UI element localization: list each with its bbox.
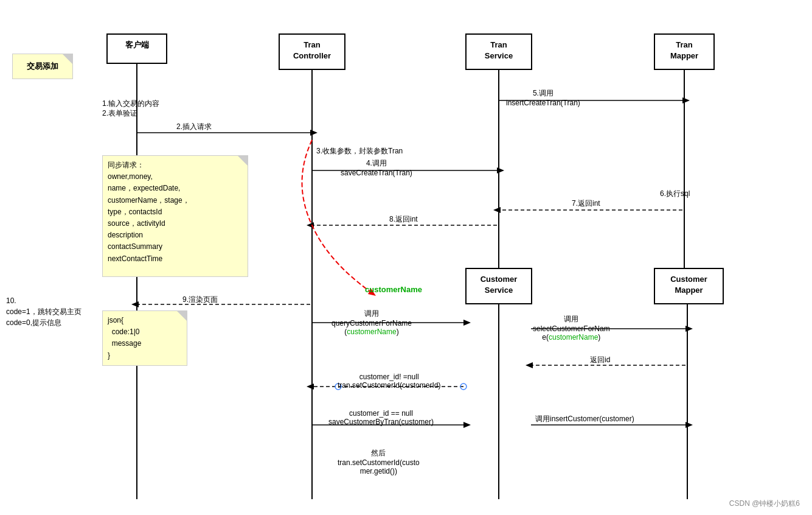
arrow-label-return-int-8: 8.返回int bbox=[389, 214, 418, 225]
step10-label: 10.code=1，跳转交易主页code=0,提示信息 bbox=[6, 295, 82, 328]
actor-client-label: 客户端 bbox=[125, 40, 149, 49]
arrow-label-set-customer-id: customer_id! =nulltran.setCustomerId(cus… bbox=[338, 373, 440, 390]
svg-marker-28 bbox=[463, 422, 471, 428]
actor-client: 客户端 bbox=[106, 33, 167, 64]
arrow-label-return-id: 返回id bbox=[590, 355, 610, 365]
customer-name-label: customerName bbox=[365, 285, 422, 294]
arrow-label-select-customer: 调用selectCustomerForName(customerName) bbox=[533, 314, 610, 342]
arrow-label-insert-customer: 调用insertCustomer(customer) bbox=[535, 414, 634, 424]
step1-label: 1.输入交易的内容 bbox=[102, 99, 159, 109]
svg-marker-15 bbox=[307, 222, 314, 228]
svg-marker-20 bbox=[685, 326, 693, 332]
actor-tran-service-label: TranService bbox=[485, 40, 513, 60]
step2-label: 2.表单验证 bbox=[102, 108, 137, 119]
svg-marker-18 bbox=[463, 320, 471, 326]
sticky-note-title: 交易添加 bbox=[12, 54, 73, 79]
watermark: CSDN @钟楼小奶糕6 bbox=[729, 499, 800, 509]
actor-customer-service-label: CustomerService bbox=[481, 275, 518, 295]
arrow-label-execute-sql: 6.执行sql bbox=[660, 189, 690, 199]
svg-marker-7 bbox=[310, 130, 318, 136]
svg-marker-30 bbox=[685, 422, 693, 428]
arrow-label-insert-request: 2.插入请求 bbox=[176, 122, 212, 132]
arrow-label-save-create-tran: 4.调用saveCreateTran(Tran) bbox=[341, 158, 412, 177]
arrow-label-save-customer-by-tran: customer_id == nullsaveCustomerByTran(cu… bbox=[328, 409, 434, 426]
diagram-container: 交易添加 客户端 TranController TranService Tran… bbox=[0, 0, 812, 515]
svg-point-26 bbox=[460, 384, 467, 390]
svg-marker-13 bbox=[493, 207, 501, 213]
svg-marker-32 bbox=[131, 301, 139, 307]
note-sync-request: 同步请求： owner,money, name，expectedDate, cu… bbox=[102, 155, 248, 277]
arrow-label-query-customer: 调用queryCustomerForName(customerName) bbox=[331, 309, 412, 336]
arrow-label-return-int-7: 7.返回int bbox=[572, 198, 600, 209]
arrow-label-insert-create-tran: 5.调用insertCreateTran(Tran) bbox=[506, 88, 580, 107]
arrow-label-set-customer-id-2: 然后tran.setCustomerId(customer.getid()) bbox=[338, 448, 420, 475]
actor-customer-mapper: CustomerMapper bbox=[654, 268, 724, 304]
note-json: json{ code:1|0 message } bbox=[102, 310, 187, 366]
svg-marker-11 bbox=[682, 97, 690, 103]
svg-marker-24 bbox=[307, 384, 314, 390]
arrow-label-render-page: 9.渲染页面 bbox=[182, 295, 218, 305]
svg-marker-22 bbox=[526, 362, 533, 368]
actor-customer-mapper-label: CustomerMapper bbox=[670, 275, 707, 295]
arrow-label-collect-params: 3.收集参数，封装参数Tran bbox=[316, 146, 403, 156]
actor-tran-service: TranService bbox=[465, 33, 532, 70]
svg-marker-9 bbox=[497, 167, 504, 173]
actor-tran-controller: TranController bbox=[279, 33, 345, 70]
actor-tran-mapper: TranMapper bbox=[654, 33, 715, 70]
actor-tran-controller-label: TranController bbox=[293, 40, 331, 60]
actor-tran-mapper-label: TranMapper bbox=[670, 40, 698, 60]
actor-customer-service: CustomerService bbox=[465, 268, 532, 304]
